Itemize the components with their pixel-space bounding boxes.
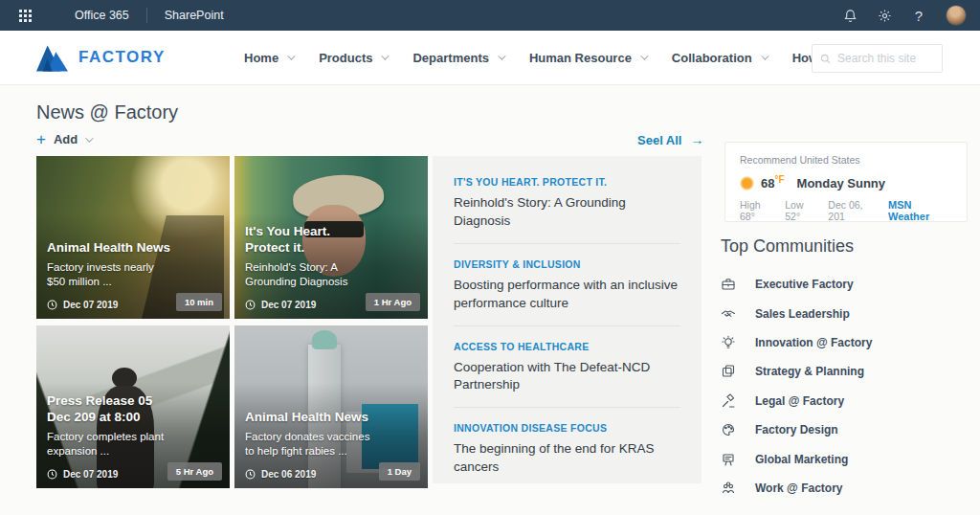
site-navbar: FACTORY Home Products Departments Human … [0,31,980,85]
card-age-badge: 1 Hr Ago [366,293,420,311]
news-cards-grid: Animal Health News Factory invests nearl… [36,156,428,488]
chevron-down-icon [85,134,93,142]
nav-item-products[interactable]: Products [319,51,387,65]
headline-text: Reinhold's Story: A Grounding Diagnosis [454,194,680,231]
briefcase-icon [721,277,737,293]
nav-item-human-resource[interactable]: Human Resource [529,51,646,65]
headline-item[interactable]: ACCESS TO HEALTHCARE Cooperation with Th… [454,341,680,409]
gavel-icon [721,392,737,409]
weather-widget: Recommend United States 68°F Monday Sunn… [724,142,968,222]
settings-gear-icon[interactable] [871,2,898,29]
main-nav: Home Products Departments Human Resource… [244,31,871,84]
chevron-down-icon [640,52,648,59]
community-label: Factory Design [755,423,838,437]
card-date: Dec 07 2019 [261,300,316,310]
news-card[interactable]: Press Release 05 Dec 209 at 8:00 Factory… [36,325,230,488]
nav-item-collaboration[interactable]: Collaboration [672,51,767,65]
card-subtitle: Reinhold's Story: A Grounding Diagnosis [245,260,370,290]
user-avatar[interactable] [946,5,967,26]
headline-item[interactable]: INNOVATION DISEASE FOCUS The beginning o… [454,422,680,483]
community-label: Sales Leadership [755,307,850,321]
headline-category: ACCESS TO HEALTHCARE [454,341,680,352]
arrow-right-icon: → [690,132,703,147]
community-item-legal[interactable]: Legal @ Factory [721,387,872,415]
add-news-button[interactable]: + Add [36,131,91,147]
see-all-link[interactable]: Seel All → [637,132,703,147]
add-label: Add [54,132,78,146]
sharepoint-link[interactable]: SharePoint [147,0,241,31]
nav-item-home[interactable]: Home [244,51,293,65]
lightbulb-icon [721,334,737,350]
squares-icon [721,364,737,380]
card-subtitle: Factory invests nearly $50 million ... [47,260,172,290]
news-card[interactable]: Animal Health News Factory donates vacci… [234,325,428,488]
headline-item[interactable]: DIVERSITY & INCLUSION Boosting performan… [454,258,680,326]
weather-high: High 68° [740,199,776,222]
headline-text: The beginning of the end for KRAS cancer… [454,440,680,477]
brand-name: FACTORY [78,48,166,67]
headline-text: Boosting performance with an inclusive p… [454,277,680,313]
card-subtitle: Factory completes plant expansion ... [47,430,172,459]
community-label: Global Marketing [755,453,848,466]
clock-icon [47,300,57,310]
card-date: Dec 07 2019 [63,300,118,310]
weather-unit: °F [774,174,784,185]
sun-icon [740,176,754,190]
card-age-badge: 1 Day [379,462,420,481]
card-title: Animal Health News [245,410,370,426]
community-item-work-factory[interactable]: Work @ Factory [721,474,872,503]
chevron-down-icon [382,52,390,59]
weather-date: Dec 06, 201 [828,199,880,222]
card-title: Press Release 05 Dec 209 at 8:00 [47,393,172,426]
office365-link[interactable]: Office 365 [57,0,146,31]
plus-icon: + [36,131,46,147]
community-item-factory-design[interactable]: Factory Design [721,415,872,444]
card-date: Dec 07 2019 [63,469,118,480]
card-title: It's You Heart. Protect it. [245,224,370,257]
community-item-strategy-planning[interactable]: Strategy & Planning [721,357,872,386]
chevron-down-icon [287,52,295,59]
community-label: Work @ Factory [755,481,843,495]
headline-category: IT'S YOU HEART. PROTECT IT. [454,176,680,188]
news-card[interactable]: It's You Heart. Protect it. Reinhold's S… [234,156,428,319]
weather-condition: Monday Sunny [797,176,885,190]
notifications-bell-icon[interactable] [836,2,863,29]
people-icon [721,480,737,496]
see-all-label: Seel All [637,133,681,147]
help-icon[interactable]: ? [905,2,932,29]
clock-icon [245,300,256,310]
msn-weather-link[interactable]: MSN Weather [888,199,952,222]
search-icon [820,53,831,65]
site-search [812,44,943,73]
clock-icon [47,469,57,480]
factory-logo[interactable]: FACTORY [36,43,166,72]
community-item-global-marketing[interactable]: Global Marketing [721,444,872,473]
community-label: Strategy & Planning [755,365,864,378]
chevron-down-icon [761,52,768,59]
weather-region: Recommend United States [740,154,952,166]
communities-title: Top Communities [721,236,854,257]
weather-low: Low 52° [785,199,819,222]
factory-logo-icon [36,43,68,72]
community-label: Executive Factory [755,278,854,291]
sharepoint-factory-home: Office 365 SharePoint ? [0,0,980,515]
community-item-sales-leadership[interactable]: Sales Leadership [721,299,872,327]
search-input[interactable] [837,52,934,65]
community-item-executive-factory[interactable]: Executive Factory [721,270,872,299]
headline-item[interactable]: IT'S YOU HEART. PROTECT IT. Reinhold's S… [454,176,680,244]
card-subtitle: Factory donates vaccines to help fight r… [245,430,370,459]
handshake-icon [721,305,737,322]
app-launcher-icon[interactable] [10,0,40,31]
headline-list-panel: IT'S YOU HEART. PROTECT IT. Reinhold's S… [433,156,702,483]
office-topbar: Office 365 SharePoint ? [0,0,980,31]
community-label: Legal @ Factory [755,394,844,408]
nav-item-departments[interactable]: Departments [412,51,502,65]
headline-text: Cooperation with The Defeat-NCD Partners… [454,359,680,395]
waffle-grid [19,10,32,22]
clock-icon [245,469,256,480]
communities-list: Executive Factory Sales Leadership Innov… [721,270,872,503]
community-item-innovation[interactable]: Innovation @ Factory [721,328,872,357]
card-age-badge: 10 min [176,293,222,311]
news-card[interactable]: Animal Health News Factory invests nearl… [36,156,230,319]
palette-icon [721,422,737,438]
